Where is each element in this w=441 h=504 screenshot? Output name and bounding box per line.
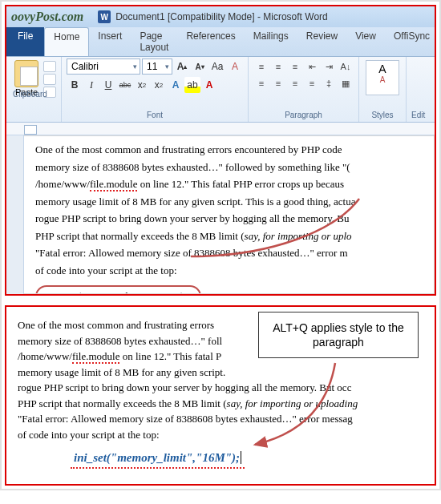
paragraph-group-label: Paragraph [253,111,354,120]
underline-button[interactable]: U [100,77,116,93]
superscript-button[interactable]: x2 [151,77,167,93]
shading-button[interactable]: ▦ [338,75,354,91]
paste-icon[interactable] [14,60,38,87]
change-case-button[interactable]: Aa [209,58,225,75]
spell-error[interactable]: file.module [72,350,120,364]
app-icon: W [98,10,111,23]
dec-indent-button[interactable]: ⇤ [304,58,320,75]
font-color-button[interactable]: A [201,77,217,93]
numbering-button[interactable]: ≡ [270,58,286,75]
tab-file[interactable]: File [6,27,44,56]
copy-button[interactable] [43,74,56,85]
watermark: oovyPost.com [11,10,83,24]
group-editing: Edit [407,57,430,122]
editing-group-label: Edit [411,111,425,120]
document-page[interactable]: One of the most common and frustrating e… [24,135,435,294]
body-line: of code into your script at the top: [35,264,434,278]
left-gutter [6,135,24,294]
styles-group-label: Styles [371,111,393,120]
body-line: PHP script that normally exceeds the 8 M… [18,397,435,411]
text-cursor [240,451,241,464]
group-paragraph: ≡ ≡ ≡ ⇤ ⇥ A↓ ≡ ≡ ≡ ≡ ‡ ▦ Paragraph [249,57,359,122]
tab-references[interactable]: References [177,27,244,56]
strike-button[interactable]: abc [117,77,133,93]
result-panel: One of the most common and frustrating e… [5,305,436,486]
text-effects-button[interactable]: A [168,77,184,93]
spell-error[interactable]: file.module [90,178,138,192]
align-center-button[interactable]: ≡ [270,75,286,91]
cut-button[interactable] [43,61,56,72]
body-line: rogue PHP script to bring down your serv… [18,381,435,395]
highlight-button[interactable]: ab [184,77,200,93]
bold-button[interactable]: B [67,77,83,93]
bullets-button[interactable]: ≡ [253,58,269,75]
subscript-button[interactable]: x2 [134,77,150,93]
ribbon-tabs: File Home Insert Page Layout References … [6,27,435,57]
titlebar: oovyPost.com W Document1 [Compatibility … [6,6,435,27]
inc-indent-button[interactable]: ⇥ [321,58,337,75]
body-line: PHP script that normally exceeds the 8 M… [35,229,434,244]
italic-button[interactable]: I [83,77,99,93]
styled-code: ini_set("memory_limit","16M"); [74,450,241,466]
tab-insert[interactable]: Insert [89,27,131,56]
grow-font-button[interactable]: A▴ [174,58,190,75]
window-title: Document1 [Compatibility Mode] - Microso… [115,11,328,22]
align-right-button[interactable]: ≡ [287,75,303,91]
tab-mailings[interactable]: Mailings [245,27,297,56]
body-line: of code into your script at the top: [18,428,435,442]
circled-code: ini_set("memory_limit","16M"); [35,285,201,294]
sort-button[interactable]: A↓ [338,58,354,75]
body-line: memory usage limit of 8 MB for any given… [35,195,434,209]
group-clipboard: Paste Clipboard [6,57,62,122]
ribbon: Paste Clipboard Calibri 11 A▴ A▾ Aa A [6,57,435,123]
multilevel-button[interactable]: ≡ [287,58,303,75]
body-line: memory size of 8388608 bytes exhausted…"… [35,160,434,175]
align-left-button[interactable]: ≡ [253,75,269,91]
tab-page-layout[interactable]: Page Layout [131,27,177,56]
ruler[interactable] [6,123,435,135]
line-spacing-button[interactable]: ‡ [321,75,337,91]
justify-button[interactable]: ≡ [304,75,320,91]
group-font: Calibri 11 A▴ A▾ Aa A B I U abc x2 x2 A … [62,57,249,122]
body-line: "Fatal error: Allowed memory size of 838… [18,412,435,426]
tab-review[interactable]: Review [297,27,346,56]
shrink-font-button[interactable]: A▾ [192,58,208,75]
tab-view[interactable]: View [346,27,385,56]
change-styles-button[interactable]: A A [366,60,399,95]
word-window: oovyPost.com W Document1 [Compatibility … [5,5,436,296]
body-line: memory usage limit of 8 MB for any given… [18,365,435,380]
body-line: rogue PHP script to bring down your serv… [35,212,434,226]
body-line: One of the most common and frustrating e… [35,143,434,157]
body-line: /home/www/file.module on line 12." This … [35,177,434,192]
font-group-label: Font [67,111,243,120]
callout-box: ALT+Q applies style to the paragraph [258,312,419,358]
tab-offisync[interactable]: OffiSync [385,27,439,56]
group-styles: A A Styles [359,57,407,122]
tab-home[interactable]: Home [44,27,89,56]
font-name-combo[interactable]: Calibri [67,58,140,75]
font-size-combo[interactable]: 11 [142,58,172,75]
body-line: "Fatal error: Allowed memory size of 838… [35,246,434,260]
clear-format-button[interactable]: A [227,58,243,75]
clipboard-group-label: Clipboard [13,90,47,99]
